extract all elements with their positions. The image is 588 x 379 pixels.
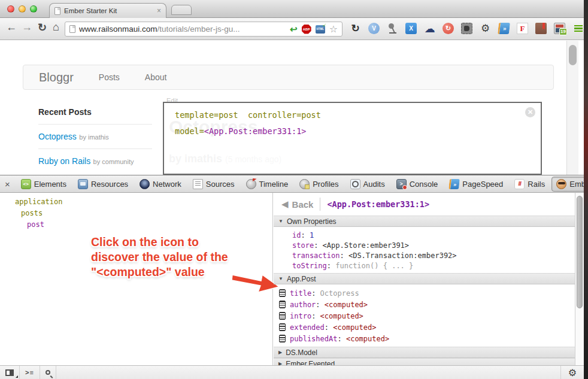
section-header-ds-model[interactable]: ▶DS.Model — [274, 347, 575, 358]
close-window-button[interactable] — [7, 5, 14, 13]
nav-item-posts[interactable]: Posts — [99, 72, 120, 82]
tree-item-application[interactable]: application — [15, 198, 62, 206]
back-button[interactable]: Back — [292, 199, 314, 210]
ember-view-tree: application posts post Click on the icon… — [0, 193, 273, 365]
tree-item-posts[interactable]: posts — [21, 209, 43, 217]
annotation-line: discover the value of the — [91, 250, 283, 265]
model-attr-value: <App.Post:ember331:1> — [204, 126, 307, 136]
compute-property-icon[interactable] — [279, 289, 286, 297]
compute-property-icon[interactable] — [279, 335, 286, 342]
tab-close-icon[interactable]: × — [157, 7, 161, 15]
console-icon: > — [396, 179, 407, 189]
post-link-octopress[interactable]: Octopress — [38, 132, 77, 141]
property-key: id — [292, 231, 301, 239]
overlay-close-icon[interactable]: ✕ — [525, 107, 535, 117]
zoom-window-button[interactable] — [30, 5, 37, 13]
tab-label: Profiles — [313, 180, 338, 189]
app-post-rows: title: Octopress author: <computed> intr… — [274, 284, 575, 347]
section-header-own-properties[interactable]: ▼Own Properties — [274, 216, 575, 227]
post-byline: by imathis — [79, 134, 109, 141]
compute-property-icon[interactable] — [279, 301, 286, 308]
tab-title: Ember Starter Kit — [64, 7, 153, 14]
browser-tab[interactable]: Ember Starter Kit × — [49, 3, 166, 18]
inspector-scrollbar[interactable] — [575, 193, 584, 365]
tab-label: Network — [153, 180, 181, 189]
devtools-tab-elements[interactable]: <>Elements — [16, 177, 71, 192]
section-title: App.Post — [287, 275, 316, 283]
compute-property-icon[interactable] — [279, 323, 286, 331]
tree-item-post[interactable]: post — [27, 220, 44, 229]
search-icon — [46, 370, 50, 375]
bookmark-star-icon[interactable]: ☆ — [329, 23, 338, 35]
desktop-edge-sliver — [584, 0, 588, 379]
post-link-ruby-on-rails[interactable]: Ruby on Rails — [38, 156, 90, 166]
elements-icon: <> — [21, 179, 31, 189]
back-button[interactable]: ← — [6, 21, 17, 34]
rails-icon: /// — [514, 179, 525, 189]
tab-counter-extension-icon[interactable]: 19 — [554, 23, 565, 34]
scrollbar-thumb[interactable] — [577, 196, 583, 308]
devtools-tab-pagespeed[interactable]: »PageSpeed — [444, 177, 508, 192]
devtools-tab-profiles[interactable]: Profiles — [295, 177, 343, 192]
cloud-extension-icon[interactable]: ☁ — [424, 23, 435, 34]
back-triangle-icon[interactable]: ◀ — [281, 199, 289, 210]
f-extension-icon[interactable]: F — [517, 23, 528, 34]
address-bar[interactable]: www.railsonmaui.com/tutorials/ember-js-g… — [65, 22, 343, 37]
reload-button[interactable]: ↻ — [38, 21, 47, 34]
page-scrollbar[interactable] — [566, 41, 578, 175]
green-back-arrow-icon[interactable]: ↩ — [290, 24, 298, 35]
search-button[interactable] — [40, 366, 56, 379]
inspector-sections: ▼Own Properties id: 1 store: <App.Store:… — [274, 216, 575, 369]
devtools-tab-network[interactable]: Network — [135, 177, 186, 192]
devtools-tab-timeline[interactable]: Timeline — [241, 177, 293, 192]
post-byline: by community — [93, 158, 134, 165]
home-button[interactable]: ⌂ — [53, 21, 59, 34]
expand-arrow-icon: ▼ — [278, 276, 283, 281]
devtools-tab-sources[interactable]: Sources — [188, 177, 240, 192]
property-value: <computed> — [320, 312, 363, 320]
devtools-tab-resources[interactable]: Resources — [73, 177, 133, 192]
lamp-icon[interactable] — [387, 23, 398, 34]
pagespeed-extension-icon[interactable]: » — [498, 23, 510, 34]
section-title: Own Properties — [287, 217, 337, 226]
red-refresh-extension-icon[interactable]: ↻ — [442, 23, 454, 34]
tab-label: Sources — [206, 180, 235, 189]
forward-button[interactable]: → — [22, 21, 32, 34]
model-attr-key: model= — [175, 126, 204, 136]
property-row: store: <App.Store:ember391> — [274, 240, 575, 250]
show-console-button[interactable]: >≡ — [20, 366, 40, 379]
background-tab-stub[interactable] — [171, 5, 192, 15]
vimium-icon[interactable]: V — [368, 23, 380, 34]
devtools-tab-ember[interactable]: Ember — [551, 177, 588, 192]
settings-button[interactable]: ⚙ — [560, 366, 584, 379]
bookmark-card-extension-icon[interactable] — [535, 23, 547, 34]
dock-toggle-button[interactable] — [0, 366, 20, 379]
minimize-window-button[interactable] — [19, 5, 26, 13]
controller-attr: controller=post — [248, 110, 321, 120]
tab-label: Timeline — [259, 180, 289, 189]
expand-arrow-icon: ▼ — [278, 219, 283, 224]
gear-extension-icon[interactable]: ⚙ — [480, 23, 491, 34]
nav-item-about[interactable]: About — [145, 72, 167, 82]
chrome-menu-icon[interactable] — [572, 23, 584, 34]
statusbar-right: ⚙ — [560, 366, 584, 379]
tab-label: Resources — [91, 180, 128, 189]
property-key: transaction — [292, 251, 340, 260]
blue-x-extension-icon[interactable]: X — [405, 23, 417, 34]
devtools-tab-rails[interactable]: ///Rails — [510, 177, 550, 192]
omnibox-icons: ↩ ABP HTML ☆ — [290, 23, 338, 35]
section-header-app-post[interactable]: ▼App.Post — [274, 273, 575, 284]
html-validator-icon[interactable]: HTML — [316, 25, 325, 34]
property-row: author: <computed> — [274, 299, 575, 310]
scrollbar-thumb[interactable] — [569, 45, 577, 65]
site-brand[interactable]: Bloggr — [39, 71, 74, 84]
devtools-close-icon[interactable]: × — [5, 179, 10, 189]
refresh-extension-icon[interactable]: ↻ — [350, 23, 361, 34]
tab-label: Elements — [34, 180, 66, 189]
adblock-icon[interactable]: ABP — [302, 25, 311, 34]
devtools-tab-audits[interactable]: Audits — [345, 177, 390, 192]
devtools-tab-console[interactable]: >Console — [392, 177, 443, 192]
section-title: DS.Model — [286, 348, 317, 357]
compute-property-icon[interactable] — [279, 312, 286, 320]
evernote-icon[interactable] — [461, 23, 472, 34]
